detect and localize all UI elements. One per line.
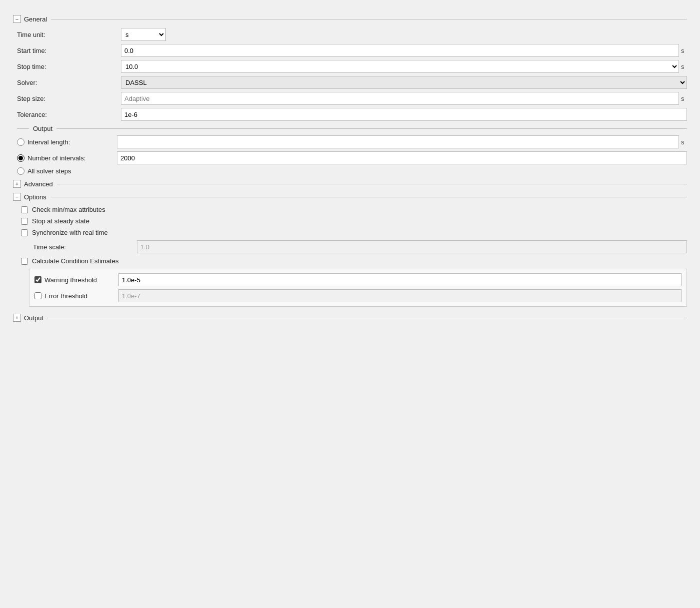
step-size-input[interactable]	[121, 92, 679, 105]
stop-time-label: Stop time:	[17, 60, 117, 73]
number-intervals-label: Number of intervals:	[17, 154, 113, 162]
output-bottom-divider	[47, 318, 687, 318]
output-bottom-toggle[interactable]: +	[13, 314, 21, 322]
all-solver-steps-row: All solver steps	[17, 167, 687, 175]
time-unit-field: s ms min h	[121, 28, 687, 41]
output-bottom-title: Output	[24, 314, 43, 322]
stop-steady-row: Stop at steady state	[17, 217, 687, 225]
general-divider	[51, 19, 687, 19]
stop-time-unit: s	[681, 63, 687, 70]
error-threshold-text: Error threshold	[44, 292, 87, 300]
synchronize-row: Synchronize with real time	[17, 229, 687, 236]
time-scale-input[interactable]	[137, 240, 687, 253]
time-unit-select[interactable]: s ms min h	[121, 28, 166, 41]
time-scale-field	[137, 240, 687, 253]
error-threshold-row: Error threshold	[34, 289, 682, 302]
calculate-condition-checkbox[interactable]	[21, 258, 28, 265]
options-content: Check min/max attributes Stop at steady …	[13, 206, 687, 307]
number-intervals-radio[interactable]	[17, 154, 24, 162]
output-sub-divider	[56, 128, 687, 129]
tolerance-label: Tolerance:	[17, 108, 117, 121]
options-divider	[50, 197, 687, 197]
error-threshold-checkbox[interactable]	[34, 292, 41, 299]
interval-length-label: Interval length:	[17, 138, 113, 146]
solver-select[interactable]: DASSL Euler Runge-Kutta	[121, 76, 687, 89]
all-solver-steps-text: All solver steps	[27, 167, 71, 175]
stop-steady-checkbox[interactable]	[21, 218, 28, 225]
advanced-section-header: + Advanced	[13, 180, 687, 188]
number-intervals-input[interactable]	[117, 151, 687, 164]
error-threshold-label: Error threshold	[34, 292, 114, 300]
step-size-field: s	[121, 92, 687, 105]
all-solver-steps-label: All solver steps	[17, 167, 113, 175]
start-time-input[interactable]	[121, 44, 679, 57]
step-size-unit: s	[681, 95, 687, 102]
solver-label: Solver:	[17, 76, 117, 89]
solver-field: DASSL Euler Runge-Kutta	[121, 76, 687, 89]
options-section-header: − Options	[13, 193, 687, 201]
advanced-title: Advanced	[24, 180, 53, 188]
advanced-divider	[57, 184, 687, 184]
general-title: General	[24, 15, 47, 23]
interval-length-row: Interval length: s	[17, 135, 687, 148]
start-time-unit: s	[681, 47, 687, 54]
check-minmax-label: Check min/max attributes	[32, 206, 105, 213]
stop-time-field: 10.0 s	[121, 60, 687, 73]
general-section-header: − General	[13, 15, 687, 23]
start-time-field: s	[121, 44, 687, 57]
output-sub-section: Interval length: s Number of intervals: …	[13, 135, 687, 175]
time-unit-label: Time unit:	[17, 28, 117, 41]
general-form: Time unit: s ms min h Start time: s Stop…	[13, 28, 687, 121]
general-toggle[interactable]: −	[13, 15, 21, 23]
warning-threshold-input[interactable]	[118, 273, 682, 286]
stop-time-select[interactable]: 10.0	[121, 60, 679, 73]
calculate-condition-label: Calculate Condition Estimates	[32, 257, 118, 265]
check-minmax-checkbox[interactable]	[21, 206, 28, 213]
stop-steady-label: Stop at steady state	[32, 217, 89, 225]
tolerance-input[interactable]	[121, 108, 687, 121]
interval-length-unit: s	[681, 138, 687, 146]
all-solver-steps-radio[interactable]	[17, 167, 24, 175]
warning-threshold-row: Warning threshold	[34, 273, 682, 286]
warning-threshold-checkbox[interactable]	[34, 276, 41, 283]
time-scale-row: Time scale:	[17, 240, 687, 253]
start-time-label: Start time:	[17, 44, 117, 57]
interval-length-input[interactable]	[117, 135, 679, 148]
output-subsection-header: Output	[13, 125, 687, 132]
interval-length-radio[interactable]	[17, 138, 24, 146]
number-intervals-row: Number of intervals:	[17, 151, 687, 164]
output-sub-line-left	[17, 128, 29, 129]
main-container: − General Time unit: s ms min h Start ti…	[5, 5, 695, 332]
synchronize-checkbox[interactable]	[21, 229, 28, 236]
warning-threshold-label: Warning threshold	[34, 276, 114, 284]
options-toggle[interactable]: −	[13, 193, 21, 201]
synchronize-label: Synchronize with real time	[32, 229, 108, 236]
check-minmax-row: Check min/max attributes	[17, 206, 687, 213]
advanced-toggle[interactable]: +	[13, 180, 21, 188]
calculate-condition-row: Calculate Condition Estimates	[17, 257, 687, 265]
output-bottom-section-header: + Output	[13, 314, 687, 322]
interval-length-text: Interval length:	[27, 138, 70, 146]
time-scale-label: Time scale:	[33, 240, 133, 253]
output-sub-title: Output	[33, 125, 52, 132]
tolerance-field	[121, 108, 687, 121]
error-threshold-input[interactable]	[118, 289, 682, 302]
condition-estimates-box: Warning threshold Error threshold	[29, 269, 687, 307]
step-size-label: Step size:	[17, 92, 117, 105]
options-title: Options	[24, 193, 46, 201]
warning-threshold-text: Warning threshold	[44, 276, 97, 284]
number-intervals-text: Number of intervals:	[27, 154, 85, 162]
